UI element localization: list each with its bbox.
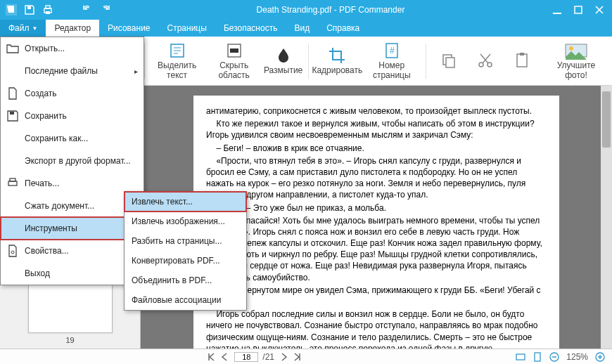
doc-line: – Беги! – вложив в крик все отчаяние. [206,143,542,154]
ribbon-hide-area-label: Скрыть область [212,61,255,79]
tab-security[interactable]: Безопасность [215,20,286,37]
tab-drawing[interactable]: Рисование [99,20,158,37]
svg-rect-26 [8,181,17,186]
menu-open-label: Открыть... [25,44,65,53]
first-page-icon[interactable] [206,352,216,362]
menu-compress[interactable]: Сжать документ... [1,195,144,217]
menu-save[interactable]: Сохранить [1,105,144,127]
doc-line: Кто же пережил такое и вернулся живым, ч… [206,118,542,141]
page-input[interactable] [234,352,258,362]
page-total: /21 [262,352,274,362]
copy-icon [440,51,458,70]
menu-open[interactable]: Открыть... [1,37,144,60]
menu-compress-label: Сжать документ... [25,201,94,211]
tab-file-label: Файл [8,23,30,33]
doc-line: антиматерию, соприкоснется с живым челов… [206,105,542,117]
ribbon-improve-photo[interactable]: Улучшите фото! [544,40,608,81]
quick-access-toolbar [0,4,117,15]
ribbon-blur[interactable]: Размытие [264,45,302,77]
menu-save-label: Сохранить [25,111,67,121]
print-icon[interactable] [42,4,53,15]
svg-rect-21 [517,54,527,67]
submenu-extract-text[interactable]: Извлечь текст... [125,192,246,212]
ribbon-cut[interactable] [468,50,502,72]
ribbon-hide-area[interactable]: Скрыть область [207,40,261,81]
svg-rect-22 [520,53,524,56]
new-doc-icon [6,87,19,100]
save-icon [6,110,19,122]
menu-tools-label: Инструменты [25,223,77,233]
submenu-extract-images[interactable]: Извлечь изображения... [125,212,246,231]
scrollbar-thumb[interactable] [602,91,611,148]
ribbon-page-number[interactable]: #Номер страницы [363,40,420,81]
fit-page-icon[interactable] [533,352,542,362]
menu-tools[interactable]: Инструменты▸ [1,217,144,240]
menu-export[interactable]: Экспорт в другой формат... [1,150,144,172]
menu-properties[interactable]: Свойства... [1,240,144,262]
undo-icon[interactable] [82,4,93,15]
ribbon-select-text[interactable]: Выделить текст [150,40,204,81]
zoom-value: 125% [566,352,588,362]
window-title: Death Stranding.pdf - PDF Commander [117,5,544,15]
doc-line: В перевернутом мире он увидел Сэма, приж… [206,285,542,307]
submenu-convert-pdf[interactable]: Конвертировать PDF... [125,251,246,271]
status-bar: /21 125% [0,349,612,364]
hide-area-icon [225,41,243,60]
save-icon[interactable] [24,4,35,15]
doc-line: «Сэм, спасайся! Хоть бы мне удалось выиг… [206,215,542,283]
menu-save-as[interactable]: Сохранить как... [1,127,144,150]
photo-icon [564,41,588,60]
menu-create[interactable]: Создать [1,82,144,105]
prev-page-icon[interactable] [220,352,230,362]
submenu-file-assoc[interactable]: Файловые ассоциации [125,290,246,310]
ribbon-copy[interactable] [432,50,466,72]
zoom-out-icon[interactable] [549,352,559,362]
last-page-icon[interactable] [293,352,302,362]
svg-rect-27 [10,178,15,181]
next-page-icon[interactable] [279,352,288,362]
tab-help[interactable]: Справка [318,20,368,37]
blur-icon [274,46,293,65]
menu-print[interactable]: Печать... [1,172,144,195]
title-bar: Death Stranding.pdf - PDF Commander [0,0,612,20]
ribbon-crop[interactable]: Кадрировать [314,45,360,77]
menu-exit[interactable]: Выход [1,262,144,285]
redo-icon[interactable] [100,4,111,15]
tools-submenu: Извлечь текст... Извлечь изображения... … [124,191,247,311]
tab-view[interactable]: Вид [286,20,318,37]
tab-pages[interactable]: Страницы [159,20,215,37]
fit-width-icon[interactable] [516,352,525,362]
minimize-icon[interactable] [552,4,563,15]
doc-line: – Беги! – Это уже был не приказ, а мольб… [206,202,542,214]
menu-recent[interactable]: Последние файлы▸ [1,60,144,82]
page-thumbnail[interactable] [28,277,113,333]
ribbon-paste[interactable] [505,50,539,72]
scissors-icon [476,51,495,70]
doc-line: «Прости, что втянул тебя в это». – Игорь… [206,155,542,201]
menu-recent-label: Последние файлы [25,66,98,76]
maximize-icon[interactable] [573,4,584,15]
tab-editor[interactable]: Редактор [46,20,99,37]
tab-file[interactable]: Файл▼ [0,20,46,37]
menu-bar: Файл▼ Редактор Рисование Страницы Безопа… [0,20,612,37]
zoom-controls: 125% [509,352,612,362]
clipboard-icon [513,51,531,70]
vertical-scrollbar[interactable] [601,86,612,349]
document-page: антиматерию, соприкоснется с живым челов… [193,96,559,349]
ribbon-improve-photo-label: Улучшите фото! [550,61,602,79]
close-icon[interactable] [594,4,605,15]
page-navigation: /21 [0,352,509,362]
svg-rect-25 [10,112,14,115]
zoom-in-icon[interactable] [595,352,605,362]
submenu-split-pages[interactable]: Разбить на страницы... [125,231,246,251]
menu-export-label: Экспорт в другой формат... [25,156,131,166]
svg-rect-30 [535,353,540,361]
ribbon-blur-label: Размытие [264,66,302,75]
svg-rect-6 [575,6,582,13]
thumbnail-page-number: 19 [4,336,136,344]
svg-rect-3 [46,6,50,8]
select-text-icon [168,41,186,60]
file-menu: Открыть... Последние файлы▸ Создать Сохр… [0,37,144,285]
svg-point-28 [11,251,14,254]
submenu-merge-pdf[interactable]: Объединить в PDF... [125,271,246,290]
